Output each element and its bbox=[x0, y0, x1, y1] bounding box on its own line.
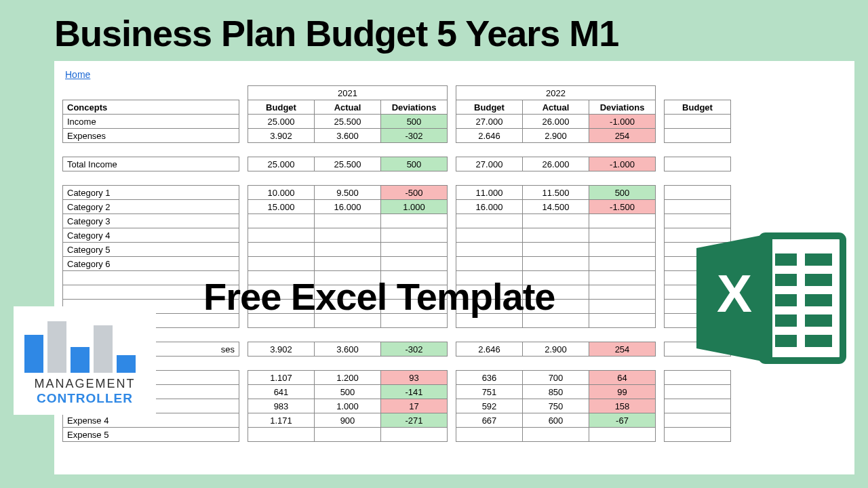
year-header-2022: 2022 bbox=[456, 86, 656, 100]
col-budget-y3: Budget bbox=[665, 100, 731, 115]
col-dev-y1: Deviations bbox=[381, 100, 448, 115]
row-category-6: Category 6 bbox=[63, 257, 731, 271]
row-expense-5: Expense 5 bbox=[63, 428, 731, 442]
col-dev-y2: Deviations bbox=[589, 100, 656, 115]
page-title: Business Plan Budget 5 Years M1 bbox=[0, 0, 868, 61]
col-actual-y1: Actual bbox=[315, 100, 381, 115]
row-category-4: Category 4 bbox=[63, 228, 731, 243]
svg-rect-3 bbox=[775, 274, 797, 286]
row-category-1: Category 1 10.000 9.500 -500 11.000 11.5… bbox=[63, 186, 731, 200]
row-category-5: Category 5 bbox=[63, 243, 731, 257]
svg-rect-4 bbox=[805, 274, 832, 286]
row-expense-4: Expense 41.171900-271667600-67 bbox=[63, 413, 731, 428]
svg-rect-8 bbox=[805, 314, 832, 327]
svg-rect-5 bbox=[775, 294, 797, 306]
svg-rect-9 bbox=[775, 335, 797, 347]
col-concepts: Concepts bbox=[63, 100, 239, 115]
svg-rect-2 bbox=[805, 253, 832, 266]
svg-rect-7 bbox=[775, 314, 797, 327]
excel-icon: X bbox=[688, 224, 851, 373]
management-controller-logo: MANAGEMENT CONTROLLER bbox=[14, 306, 156, 415]
col-budget-y2: Budget bbox=[456, 100, 523, 115]
row-total-income: Total Income 25.000 25.500 500 27.000 26… bbox=[63, 157, 731, 171]
logo-bars-icon bbox=[19, 313, 151, 373]
home-link[interactable]: Home bbox=[62, 66, 93, 85]
row-category-3: Category 3 bbox=[63, 214, 731, 228]
year-header-2021: 2021 bbox=[248, 86, 448, 100]
row-income: Income 25.000 25.500 500 27.000 26.000 -… bbox=[63, 115, 731, 129]
budget-table: 2021 2022 Concepts Budget Actual Deviati… bbox=[62, 85, 731, 442]
svg-rect-1 bbox=[775, 253, 797, 266]
logo-text-2: CONTROLLER bbox=[19, 391, 151, 406]
logo-text-1: MANAGEMENT bbox=[19, 377, 151, 391]
row-expense-2: Expense 2641500-14175185099 bbox=[63, 385, 731, 399]
svg-rect-10 bbox=[805, 335, 832, 347]
col-budget-y1: Budget bbox=[248, 100, 315, 115]
row-expense-3: Expense 39831.00017592750158 bbox=[63, 399, 731, 413]
svg-rect-6 bbox=[805, 294, 832, 306]
row-expenses-total: ses 3.902 3.600 -302 2.646 2.900 254 bbox=[63, 342, 731, 357]
svg-text:X: X bbox=[717, 264, 752, 323]
row-expenses: Expenses 3.902 3.600 -302 2.646 2.900 25… bbox=[63, 129, 731, 143]
row-category-2: Category 2 15.000 16.000 1.000 16.000 14… bbox=[63, 200, 731, 214]
col-actual-y2: Actual bbox=[523, 100, 589, 115]
row-expense-1: Expense 11.1071.2009363670064 bbox=[63, 371, 731, 385]
